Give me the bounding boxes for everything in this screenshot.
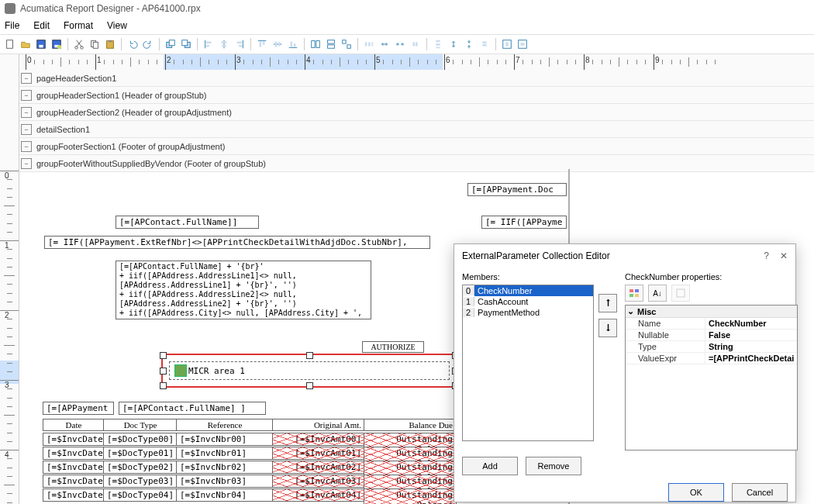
undo-icon[interactable] xyxy=(126,37,140,51)
cell-invcamt[interactable]: [=$InvcAmt00] xyxy=(272,433,365,446)
save-as-icon[interactable] xyxy=(50,37,64,51)
section-group-header1[interactable]: −groupHeaderSection1 (Header of groupStu… xyxy=(19,87,814,104)
open-icon[interactable] xyxy=(19,37,33,51)
resize-handle[interactable] xyxy=(306,382,313,389)
hspace-inc-icon[interactable] xyxy=(378,37,391,51)
field-apcontact-fullname2[interactable]: [=[APContact.FullName] ] xyxy=(119,402,266,415)
cell-invcnbr[interactable]: [=$InvcNbr03] xyxy=(176,475,274,488)
align-right-icon[interactable] xyxy=(233,37,247,51)
cell-invcdate[interactable]: [=$InvcDate xyxy=(43,461,105,474)
cancel-button[interactable]: Cancel xyxy=(732,483,788,502)
cut-icon[interactable] xyxy=(72,37,86,51)
cell-invcamt[interactable]: [=$InvcAmt02] xyxy=(272,461,365,474)
cell-doctype[interactable]: [=$DocType01] xyxy=(103,447,178,460)
send-back-icon[interactable] xyxy=(179,37,193,51)
resize-handle[interactable] xyxy=(160,382,167,389)
col-origamt[interactable]: Original Amt. xyxy=(272,419,365,431)
menu-edit[interactable]: Edit xyxy=(33,20,50,31)
field-apcontact-fullname[interactable]: [=[APContact.FullName]] xyxy=(116,216,259,229)
col-date[interactable]: Date xyxy=(43,419,105,431)
hspace-dec-icon[interactable] xyxy=(393,37,407,51)
section-page-header[interactable]: −pageHeaderSection1 xyxy=(19,70,814,87)
ruler-horizontal[interactable]: /*ticks drawn below by binder*/ 01234567… xyxy=(19,54,814,71)
collapse-icon[interactable]: − xyxy=(21,124,32,135)
cell-outbal[interactable]: Outstanding Balance xyxy=(364,488,457,504)
align-center-icon[interactable] xyxy=(217,37,231,51)
section-group-header2[interactable]: −groupHeaderSection2 (Header of groupAdj… xyxy=(19,104,814,121)
section-group-footer1[interactable]: −groupFooterSection1 (Footer of groupAdj… xyxy=(19,138,814,155)
cell-doctype[interactable]: [=$DocType03] xyxy=(103,475,178,488)
cell-invcamt[interactable]: [=$InvcAmt03] xyxy=(272,475,365,488)
label-authorize[interactable]: AUTHORIZE xyxy=(362,341,424,353)
prop-group-misc[interactable]: ⌄Misc xyxy=(626,306,797,318)
center-v-icon[interactable] xyxy=(516,37,529,51)
align-bottom-icon[interactable] xyxy=(286,37,300,51)
col-doctype[interactable]: Doc Type xyxy=(103,419,178,431)
resize-handle[interactable] xyxy=(306,352,313,359)
field-appayment[interactable]: [=[APPayment xyxy=(43,402,114,415)
new-icon[interactable] xyxy=(3,37,17,51)
prop-value[interactable]: CheckNumber xyxy=(705,318,797,329)
move-down-button[interactable]: 🠗 xyxy=(598,319,617,337)
property-pages-icon[interactable] xyxy=(671,285,690,302)
same-height-icon[interactable] xyxy=(324,37,338,51)
menu-format[interactable]: Format xyxy=(64,20,93,31)
vspace-remove-icon[interactable] xyxy=(478,37,492,51)
cell-invcdate[interactable]: [=$InvcDate xyxy=(43,475,105,488)
hspace-remove-icon[interactable] xyxy=(409,37,423,51)
member-checknumber[interactable]: 0CheckNumber xyxy=(463,285,593,296)
alphabetical-icon[interactable]: A↓ xyxy=(648,285,667,302)
align-middle-icon[interactable] xyxy=(271,37,285,51)
collapse-icon[interactable]: − xyxy=(21,158,32,169)
cell-invcdate[interactable]: [=$InvcDate xyxy=(43,488,105,502)
col-reference[interactable]: Reference xyxy=(176,419,274,431)
member-cashaccount[interactable]: 1CashAccount xyxy=(463,296,593,307)
members-list[interactable]: 0CheckNumber 1CashAccount 2PaymentMethod xyxy=(462,285,594,441)
vspace-dec-icon[interactable] xyxy=(462,37,476,51)
prop-value[interactable]: =[APPrintCheckDetai xyxy=(705,353,797,364)
remove-button[interactable]: Remove xyxy=(526,457,581,475)
cell-invcnbr[interactable]: [=$InvcNbr04] xyxy=(176,488,274,502)
menu-view[interactable]: View xyxy=(107,20,127,31)
align-top-icon[interactable] xyxy=(255,37,269,51)
resize-handle[interactable] xyxy=(160,352,167,359)
collapse-icon[interactable]: − xyxy=(21,90,32,101)
menu-bar[interactable]: File Edit Format View xyxy=(0,17,814,34)
hspace-equal-icon[interactable] xyxy=(362,37,376,51)
micr-selection-box[interactable]: MICR area 1 xyxy=(161,354,457,388)
field-iif-extrefnbr[interactable]: [= IIF([APPayment.ExtRefNbr]<>[APPrintCh… xyxy=(44,236,430,249)
prop-value[interactable]: String xyxy=(705,341,797,352)
help-icon[interactable]: ? xyxy=(764,250,769,261)
col-balance[interactable]: Balance Due xyxy=(364,419,457,431)
copy-icon[interactable] xyxy=(88,37,102,51)
cell-invcnbr[interactable]: [=$InvcNbr00] xyxy=(176,433,274,446)
add-button[interactable]: Add xyxy=(462,457,518,475)
section-detail[interactable]: −detailSection1 xyxy=(19,121,814,138)
ok-button[interactable]: OK xyxy=(668,483,724,502)
prop-valueexpr[interactable]: ValueExpr=[APPrintCheckDetai xyxy=(626,353,797,364)
collapse-icon[interactable]: − xyxy=(21,107,32,118)
dialog-titlebar[interactable]: ExternalParameter Collection Editor ? ✕ xyxy=(454,244,795,268)
cell-invcdate[interactable]: [=$InvcDate xyxy=(43,447,105,460)
prop-nullable[interactable]: NullableFalse xyxy=(626,330,797,341)
micr-subreport[interactable]: MICR area 1 xyxy=(169,361,450,380)
redo-icon[interactable] xyxy=(141,37,155,51)
cell-doctype[interactable]: [=$DocType02] xyxy=(103,461,178,474)
cell-invcamt[interactable]: [=$InvcAmt04] xyxy=(272,488,365,502)
member-paymentmethod[interactable]: 2PaymentMethod xyxy=(463,307,593,318)
same-width-icon[interactable] xyxy=(309,37,322,51)
close-icon[interactable]: ✕ xyxy=(780,250,788,261)
paste-icon[interactable] xyxy=(103,37,117,51)
vspace-equal-icon[interactable] xyxy=(431,37,445,51)
align-left-icon[interactable] xyxy=(202,37,216,51)
field-appayment-doc[interactable]: [=[APPayment.Doc xyxy=(467,183,567,196)
menu-file[interactable]: File xyxy=(5,20,19,31)
prop-type[interactable]: TypeString xyxy=(626,341,797,353)
cell-invcdate[interactable]: [=$InvcDate xyxy=(43,433,105,446)
cell-doctype[interactable]: [=$DocType04] xyxy=(103,488,178,502)
cell-invcamt[interactable]: [=$InvcAmt01] xyxy=(272,447,365,460)
ruler-vertical[interactable]: 01234567 xyxy=(0,70,19,504)
center-h-icon[interactable] xyxy=(500,37,514,51)
same-size-icon[interactable] xyxy=(340,37,354,51)
prop-name[interactable]: NameCheckNumber xyxy=(626,318,797,330)
